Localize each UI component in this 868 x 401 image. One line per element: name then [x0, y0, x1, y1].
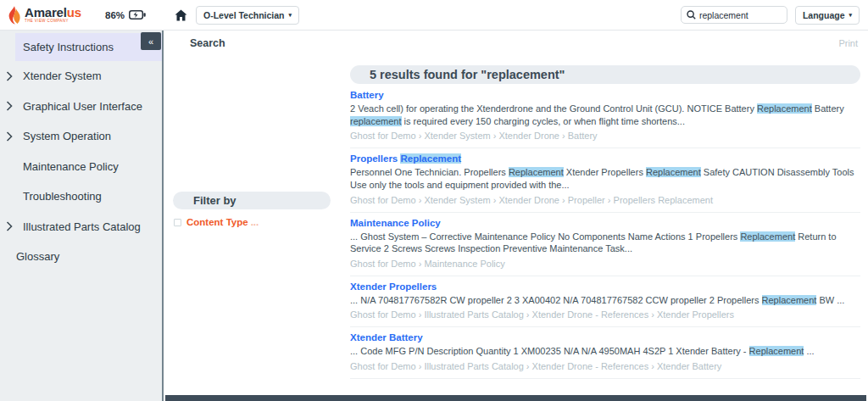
sidebar-item-troubleshooting[interactable]: Troubleshooting [0, 181, 162, 212]
result-snippet: 2 Veach cell) for operating the Xtenderd… [350, 103, 860, 127]
filter-option-content-type[interactable]: Content Type ... [173, 217, 331, 227]
chevron-right-icon [6, 221, 13, 231]
battery-status: 86% [105, 10, 146, 20]
brand-name: Amarelus [25, 6, 81, 19]
sidebar-item-glossary[interactable]: Glossary [0, 242, 162, 272]
sidebar-item-graphical-user-interface[interactable]: Graphical User Interface [0, 92, 162, 122]
chevron-right-icon [6, 71, 13, 81]
sidebar-item-label: Illustrated Parts Catalog [23, 220, 141, 233]
filter-panel: Filter by Content Type ... [173, 192, 331, 227]
language-dropdown[interactable]: Language ▾ [795, 6, 860, 25]
result-title-link[interactable]: Propellers Replacement [350, 153, 461, 164]
home-button[interactable] [171, 6, 190, 25]
content-type-checkbox[interactable] [174, 219, 181, 226]
search-results: 5 results found for "replacement" Batter… [350, 65, 860, 379]
battery-percentage: 86% [105, 10, 125, 20]
home-icon [175, 9, 187, 21]
search-result: Propellers Replacement Personnel One Tec… [350, 148, 860, 212]
sidebar-item-xtender-system[interactable]: Xtender System [0, 61, 162, 92]
search-icon [687, 10, 696, 19]
sidebar-item-label: Glossary [16, 250, 59, 263]
role-dropdown-label: O-Level Technician [203, 10, 285, 20]
language-dropdown-label: Language [803, 10, 845, 20]
sidebar-item-label: System Operation [23, 130, 111, 142]
sidebar-item-label: Troubleshooting [23, 190, 102, 203]
collapse-sidebar-icon: « [148, 36, 153, 47]
chevron-right-icon [6, 101, 13, 111]
result-title-link[interactable]: Battery [350, 90, 384, 100]
role-dropdown[interactable]: O-Level Technician ▾ [196, 6, 299, 25]
results-count-header: 5 results found for "replacement" [350, 65, 860, 84]
search-result: Battery 2 Veach cell) for operating the … [350, 88, 860, 148]
horizontal-scrollbar[interactable] [165, 395, 866, 401]
breadcrumb: Ghost for Demo › Xtender System › Xtende… [350, 131, 860, 141]
topbar: Amarelus THE VIEW COMPANY 86% O-Level Te… [0, 0, 868, 31]
print-button[interactable]: Print [838, 38, 858, 48]
page-title: Search [190, 37, 225, 49]
battery-icon [129, 10, 146, 19]
sidebar-item-maintenance-policy[interactable]: Maintenance Policy [0, 152, 162, 182]
chevron-down-icon: ▾ [849, 12, 852, 19]
search-result: Xtender Battery ... Code MFG P/N Descrip… [350, 327, 860, 379]
search-result: Maintenance Policy ... Ghost System – Co… [350, 213, 860, 276]
breadcrumb: Ghost for Demo › Maintenance Policy [350, 259, 860, 269]
result-snippet: Personnel One Technician. Propellers Rep… [350, 166, 860, 191]
sidebar-item-label: Maintenance Policy [23, 160, 119, 173]
chevron-right-icon [6, 131, 13, 142]
result-title-link[interactable]: Xtender Propellers [350, 281, 437, 292]
breadcrumb: Ghost for Demo › Illustrated Parts Catal… [350, 361, 860, 371]
filter-option-label: Content Type [186, 217, 248, 227]
filter-by-header: Filter by [173, 192, 331, 209]
brand-logo[interactable]: Amarelus THE VIEW COMPANY [7, 5, 102, 25]
sidebar-item-label: Graphical User Interface [23, 100, 142, 113]
sidebar-item-illustrated-parts-catalog[interactable]: Illustrated Parts Catalog [0, 212, 162, 242]
result-title-link[interactable]: Xtender Battery [350, 332, 423, 343]
chevron-down-icon: ▾ [289, 12, 292, 19]
search-result: Xtender Propellers ... N/A 704817767582R… [350, 276, 860, 328]
search-input[interactable] [699, 10, 782, 20]
sidebar-nav: « Safety Instructions Xtender System Gra… [0, 31, 164, 401]
flame-logo-icon [7, 5, 22, 25]
result-snippet: ... N/A 704817767582R CW propeller 2 3 X… [350, 294, 860, 307]
app-window: Amarelus THE VIEW COMPANY 86% O-Level Te… [0, 0, 868, 401]
result-title-link[interactable]: Maintenance Policy [350, 218, 441, 228]
global-search[interactable] [681, 6, 787, 24]
sidebar-item-label: Safety Instructions [23, 41, 114, 53]
breadcrumb: Ghost for Demo › Xtender System › Xtende… [350, 195, 860, 205]
filter-option-ellipsis: ... [251, 217, 259, 227]
result-snippet: ... Code MFG P/N Description Quantity 1 … [350, 345, 860, 358]
sidebar-item-system-operation[interactable]: System Operation [0, 121, 162, 152]
result-snippet: ... Ghost System – Corrective Maintenanc… [350, 231, 860, 255]
breadcrumb: Ghost for Demo › Illustrated Parts Catal… [350, 309, 860, 320]
collapse-sidebar-button[interactable]: « [141, 32, 161, 50]
brand-tagline: THE VIEW COMPANY [25, 19, 81, 24]
sidebar-item-label: Xtender System [23, 70, 102, 82]
